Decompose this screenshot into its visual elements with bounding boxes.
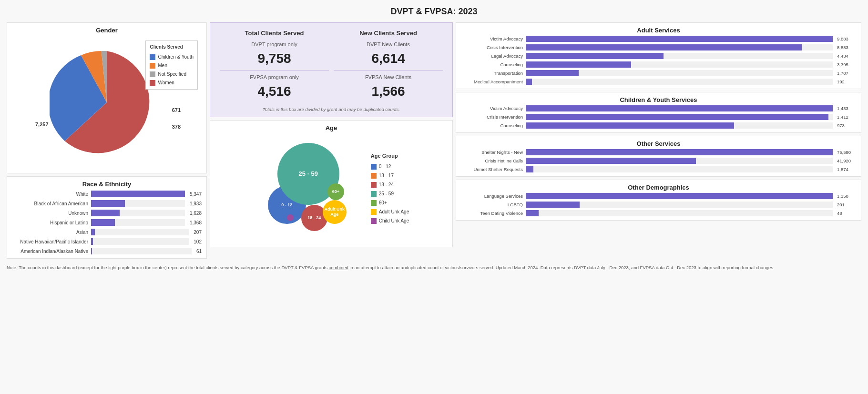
age-legend-label: 0 - 12: [379, 162, 391, 171]
total-clients-col: Total Clients Served DVPT program only 9…: [220, 30, 329, 103]
svc-bar-track: [526, 158, 833, 164]
children-legend-label: Children & Youth: [158, 53, 194, 61]
legend-title: Clients Served: [150, 43, 194, 51]
age-legend-label: 13 - 17: [379, 171, 394, 180]
svc-bar-track: [526, 79, 833, 85]
svc-bar-label: Legal Advocacy: [461, 53, 523, 59]
age-inner: 0 - 1213 - 1718 - 2425 - 5960+Adult Unk …: [254, 133, 409, 243]
svc-bar-value: 8,883: [837, 45, 856, 50]
gender-title: Gender: [11, 27, 203, 34]
svc-bar-fill: [526, 122, 734, 129]
svc-bar-fill: [526, 202, 580, 208]
service-bar-row: Crisis Intervention 8,883: [461, 44, 856, 51]
other-demographics-title: Other Demographics: [461, 184, 856, 191]
footnote-text: Note: The counts in this dashboard (exce…: [7, 265, 775, 270]
svc-bar-label: Shelter Nights - New: [461, 150, 523, 155]
svc-bar-label: Counseling: [461, 62, 523, 67]
svc-bar-value: 973: [837, 123, 856, 128]
gender-legend: Clients Served Children & Youth Men Not …: [145, 40, 198, 90]
race-bar-fill: [91, 191, 185, 197]
svc-bar-track: [526, 105, 833, 111]
men-legend-label: Men: [158, 61, 167, 70]
svc-bar-fill: [526, 79, 532, 85]
race-bar-value: 1,933: [190, 201, 202, 206]
race-section: Race & Ethnicity White 5,347 Black of Af…: [7, 176, 207, 259]
service-bar-row: Legal Advocacy 4,434: [461, 53, 856, 59]
age-legend-item: 25 - 59: [371, 189, 409, 198]
women-dot: [150, 80, 155, 86]
fvpsa-new-value: 1,566: [334, 84, 443, 99]
race-bar-value: 1,628: [190, 211, 202, 216]
svc-bar-value: 1,433: [837, 106, 856, 111]
legend-children: Children & Youth: [150, 53, 194, 61]
new-clients-header: New Clients Served: [334, 30, 443, 37]
women-label: 7,257: [35, 121, 49, 127]
left-column: Gender 2,15: [7, 22, 207, 259]
not-specified-label: 378: [172, 124, 181, 130]
race-bar-value: 1,368: [190, 220, 202, 225]
not-specified-dot: [150, 71, 155, 77]
race-bar-label: American Indian/Alaskan Native: [12, 249, 88, 254]
svc-bar-track: [526, 36, 833, 42]
race-bar-label: Unknown: [12, 211, 88, 216]
page-title: DVPT & FVPSA: 2023: [0, 0, 868, 20]
totals-note: Totals in this box are divided by grant …: [220, 107, 443, 112]
dvpt-new-value: 6,614: [334, 51, 443, 66]
race-bar-track: [91, 229, 189, 235]
svc-bar-label: Victim Advocacy: [461, 106, 523, 111]
race-bar-value: 207: [194, 230, 202, 235]
service-bar-row: Counseling 973: [461, 122, 856, 129]
race-bar-label: Native Hawaiian/Pacific Islander: [12, 239, 88, 244]
race-bar-fill: [91, 238, 93, 245]
age-legend-item: 60+: [371, 198, 409, 207]
race-bar-fill: [91, 200, 125, 207]
svc-bar-track: [526, 210, 833, 216]
svc-bar-track: [526, 202, 833, 208]
other-demographics-chart: Language Services 1,150 LGBTQ 201 Teen D…: [461, 193, 856, 216]
not-specified-legend-label: Not Specified: [158, 70, 186, 79]
race-bar-track: [91, 200, 185, 207]
other-demographics-section: Other Demographics Language Services 1,1…: [456, 180, 861, 221]
race-bar-track: [91, 191, 185, 197]
age-legend-label: 25 - 59: [379, 189, 394, 198]
race-bar-value: 102: [194, 239, 202, 244]
service-bar-row: Medical Accompaniment 192: [461, 79, 856, 85]
race-bar-track: [91, 210, 185, 216]
age-legend-label: 60+: [379, 198, 387, 207]
race-bar-row: Native Hawaiian/Pacific Islander 102: [12, 238, 202, 245]
service-bar-row: Unmet Shelter Requests 1,874: [461, 166, 856, 172]
age-legend-dot: [371, 218, 377, 224]
race-bar-label: White: [12, 192, 88, 197]
legend-not-specified: Not Specified: [150, 70, 194, 79]
age-legend-dot: [371, 191, 377, 197]
dvpt-new-label: DVPT New Clients: [334, 41, 443, 47]
other-services-title: Other Services: [461, 140, 856, 147]
race-bar-row: Hispanic or Latino 1,368: [12, 219, 202, 226]
footnote: Note: The counts in this dashboard (exce…: [0, 262, 868, 274]
service-bar-row: Crisis Hotline Calls 41,920: [461, 158, 856, 164]
race-bar-row: White 5,347: [12, 191, 202, 197]
youth-services-chart: Victim Advocacy 1,433 Crisis Interventio…: [461, 105, 856, 129]
svc-bar-fill: [526, 44, 802, 51]
svc-bar-fill: [526, 149, 833, 155]
service-bar-row: Crisis Intervention 1,412: [461, 114, 856, 120]
svc-bar-fill: [526, 114, 828, 120]
race-bar-track: [91, 238, 189, 245]
age-title: Age: [326, 124, 337, 131]
race-bar-label: Asian: [12, 230, 88, 235]
age-legend-item: Child Unk Age: [371, 216, 409, 225]
other-services-section: Other Services Shelter Nights - New 75,5…: [456, 136, 861, 177]
adult-services-title: Adult Services: [461, 27, 856, 34]
service-bar-row: Victim Advocacy 1,433: [461, 105, 856, 111]
service-bar-row: Victim Advocacy 9,883: [461, 36, 856, 42]
gender-section: Gender 2,15: [7, 22, 207, 173]
other-services-chart: Shelter Nights - New 75,580 Crisis Hotli…: [461, 149, 856, 172]
total-clients-header: Total Clients Served: [220, 30, 329, 37]
svc-bar-label: Medical Accompaniment: [461, 79, 523, 84]
svc-bar-value: 41,920: [837, 158, 856, 163]
svc-bar-track: [526, 53, 833, 59]
women-legend-label: Women: [158, 79, 174, 87]
svc-bar-label: Language Services: [461, 193, 523, 199]
fvpsa-new-label: FVPSA New Clients: [334, 74, 443, 80]
race-bar-row: Black of African American 1,933: [12, 200, 202, 207]
